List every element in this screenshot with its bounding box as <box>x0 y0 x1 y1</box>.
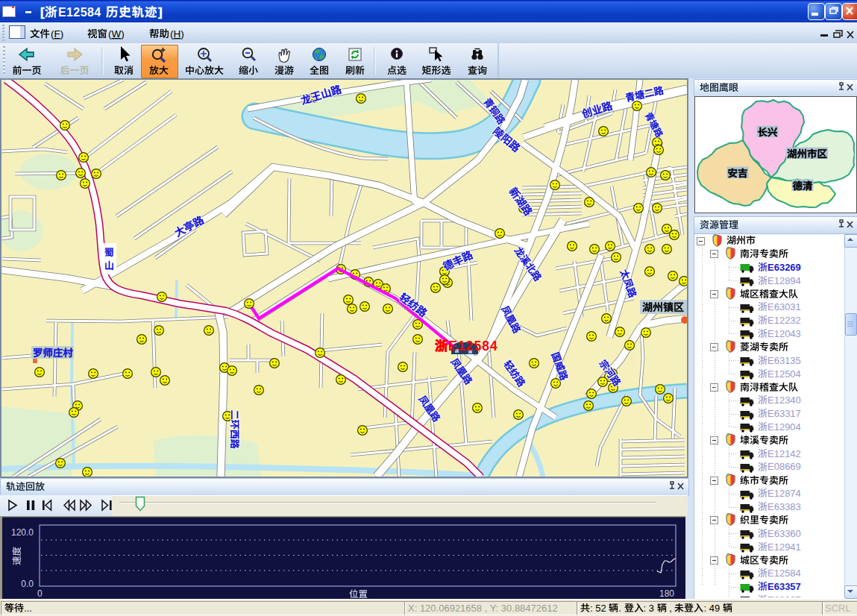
svg-text:0: 0 <box>37 588 43 599</box>
svg-text:120.0: 120.0 <box>11 527 34 538</box>
svg-text:0.0: 0.0 <box>21 579 34 589</box>
svg-text:180: 180 <box>659 588 674 599</box>
